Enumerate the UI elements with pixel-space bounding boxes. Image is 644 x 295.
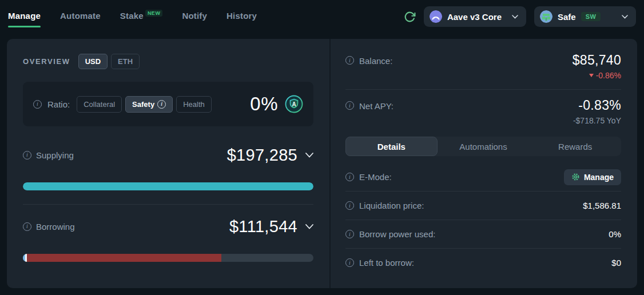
supplying-label: Supplying [36,150,74,160]
borrowing-progress-fill [27,254,221,262]
ratio-card: Ratio: Collateral Safety Health 0% [23,82,313,126]
supplying-value-group[interactable]: $197,285 [227,146,313,165]
nav-automate-label: Automate [60,11,101,21]
wallet-name: Safe [558,12,576,22]
info-icon[interactable] [345,56,354,65]
details-tabs: Details Automations Rewards [345,137,621,156]
left-to-borrow-value: $0 [611,258,621,268]
borrow-power-row: Borrow power used: 0% [345,220,621,248]
position-card: OVERVIEW USD ETH Ratio: Collateral Safet… [7,39,637,288]
nav-automate[interactable]: Automate [60,11,101,27]
nav-stake-label: Stake [120,11,144,21]
tab-details[interactable]: Details [345,137,438,156]
balance-value: $85,740 [573,53,621,68]
borrow-power-value: 0% [609,229,621,239]
supplying-row: Supplying $197,285 [23,142,313,168]
supplying-progress-bar [23,182,313,190]
nav-stake[interactable]: StakeNEW [120,11,163,27]
ratio-label: Ratio: [47,99,70,109]
emode-label: E-Mode: [359,172,392,182]
smart-wallet-badge: SW [581,12,601,21]
borrowing-progress-bar [23,254,313,262]
protocol-dropdown[interactable]: Aave v3 Core [424,6,526,27]
refresh-icon [404,11,416,23]
aave-logo-icon [430,10,442,23]
left-to-borrow-row: Left to borrow: $0 [345,249,621,277]
borrowing-amount: $111,544 [229,217,297,236]
liquidation-price-value: $1,586.81 [583,201,621,210]
info-icon[interactable] [23,222,31,231]
net-apy-value: -0.83% [573,98,621,113]
currency-toggle: USD ETH [78,54,140,69]
ratio-mode-toggle: Collateral Safety Health [77,96,212,113]
emode-manage-button[interactable]: Manage [564,169,621,185]
nav-notify-label: Notify [182,11,207,21]
info-icon[interactable] [345,173,354,181]
info-icon[interactable] [23,151,31,160]
divider [23,204,313,205]
balance-label: Balance: [359,56,392,66]
overview-panel: OVERVIEW USD ETH Ratio: Collateral Safet… [7,39,329,288]
stats-panel: Balance: $85,740 -0.86% Net APY: -0.83% … [331,39,637,288]
triangle-down-icon [589,74,594,77]
info-icon[interactable] [345,201,354,210]
primary-nav: Manage Automate StakeNEW Notify History [8,6,257,27]
nav-history[interactable]: History [226,11,257,27]
info-icon[interactable] [345,230,354,238]
net-apy-yoy: -$718.75 YoY [573,116,621,125]
info-icon[interactable] [345,258,354,267]
wallet-dropdown[interactable]: Safe SW [534,6,636,27]
new-badge: NEW [145,10,163,17]
net-apy-row: Net APY: -0.83% -$718.75 YoY [345,98,621,130]
borrowing-row: Borrowing $111,544 [23,214,313,239]
protocol-name: Aave v3 Core [447,12,502,22]
svg-text:A: A [292,101,296,107]
ratio-value: 0% [250,93,278,115]
left-to-borrow-label: Left to borrow: [359,258,414,268]
divider [345,89,621,90]
nav-manage[interactable]: Manage [8,11,41,27]
chevron-down-icon [622,15,628,19]
liquidation-price-row: Liquidation price: $1,586.81 [345,192,621,220]
supplying-progress-fill [23,182,313,190]
info-icon[interactable] [33,100,42,109]
nav-history-label: History [226,11,257,21]
overview-title: OVERVIEW [23,57,70,66]
ratio-mode-collateral[interactable]: Collateral [77,96,122,113]
balance-change: -0.86% [573,71,621,80]
top-bar: Manage Automate StakeNEW Notify History [0,0,644,33]
balance-row: Balance: $85,740 -0.86% [345,53,621,85]
chevron-down-icon[interactable] [305,153,313,158]
currency-eth-button[interactable]: ETH [111,54,140,69]
wallet-avatar [540,10,552,23]
currency-usd-button[interactable]: USD [78,54,108,69]
refresh-button[interactable] [404,11,416,23]
ratio-mode-safety[interactable]: Safety [125,96,173,113]
borrowing-value-group[interactable]: $111,544 [229,217,313,236]
liquidation-price-label: Liquidation price: [359,201,424,210]
borrow-power-label: Borrow power used: [359,229,435,239]
nav-manage-label: Manage [8,11,41,21]
chevron-down-icon[interactable] [305,224,313,229]
supplying-amount: $197,285 [227,146,297,165]
safety-shield-badge-icon: A [285,95,303,113]
net-apy-label: Net APY: [359,101,393,111]
header-controls: Aave v3 Core Safe SW [404,6,636,27]
emode-row: E-Mode: Manage [345,163,621,191]
chevron-down-icon [512,15,518,19]
tab-rewards[interactable]: Rewards [529,137,621,156]
info-icon [157,100,166,109]
gear-icon [571,173,580,181]
nav-notify[interactable]: Notify [182,11,207,27]
info-icon[interactable] [345,101,354,110]
borrowing-label: Borrowing [36,222,75,232]
tab-automations[interactable]: Automations [438,137,530,156]
ratio-mode-health[interactable]: Health [176,96,212,113]
